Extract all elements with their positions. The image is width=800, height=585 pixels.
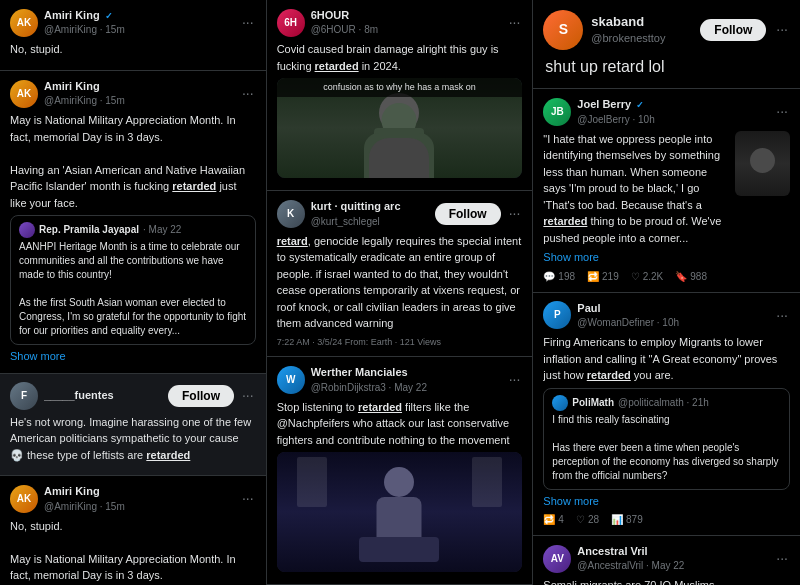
more-options-ancestral[interactable]: ···	[774, 549, 790, 569]
more-options-joel[interactable]: ···	[774, 102, 790, 122]
handle-skaband: @brokenesttoy	[591, 31, 692, 46]
tweet-timestamp-kurt: 7:22 AM · 3/5/24 From: Earth · 121 Views	[277, 336, 523, 349]
follow-button-kurt[interactable]: Follow	[435, 203, 501, 225]
column-1: AK Amiri King ✓ @AmiriKing · 15m ··· No,…	[0, 0, 267, 585]
display-name-kurt: kurt · quitting arc	[311, 199, 429, 214]
more-options-6hour[interactable]: ···	[507, 13, 523, 33]
avatar-fuentes: F	[10, 382, 38, 410]
tweet-werther: W Werther Manciales @RobinDijkstra3 · Ma…	[267, 357, 533, 585]
verified-icon-joel: ✓	[636, 100, 644, 110]
display-name-ancestral: Ancestral Vril	[577, 544, 768, 559]
column-3: S skaband @brokenesttoy Follow ··· shut …	[533, 0, 800, 585]
tweet-text-joel: "I hate that we oppress people into iden…	[543, 131, 729, 247]
handle-amiri-3: @AmiriKing · 15m	[44, 500, 234, 514]
more-options-kurt[interactable]: ···	[507, 204, 523, 224]
quoted-handle-1: · May 22	[143, 223, 181, 237]
more-options-amiri-3[interactable]: ···	[240, 489, 256, 509]
quoted-handle-paul-col3: @politicalmath · 21h	[618, 396, 709, 410]
avatar-paul-col3: P	[543, 301, 571, 329]
handle-joel: @JoelBerry · 10h	[577, 113, 768, 127]
more-options-paul-col3[interactable]: ···	[774, 306, 790, 326]
tweet-skaband-header: S skaband @brokenesttoy Follow ··· shut …	[533, 0, 800, 89]
avatar-skaband: S	[543, 10, 583, 50]
quoted-avatar-paul-col3	[552, 395, 568, 411]
tweet-text-skaband: shut up retard lol	[543, 56, 790, 78]
avatar-ancestral: AV	[543, 545, 571, 573]
display-name-paul-col3: Paul	[577, 301, 768, 316]
display-name-skaband: skaband	[591, 13, 692, 31]
quoted-text-paul-col3: I find this really fascinatingHas there …	[552, 413, 781, 483]
follow-button-skaband[interactable]: Follow	[700, 19, 766, 41]
display-name-fuentes: _____fuentes	[44, 388, 162, 403]
avatar-amiri-2: AK	[10, 80, 38, 108]
display-name-6hour: 6HOUR	[311, 8, 501, 23]
more-options-fuentes[interactable]: ···	[240, 386, 256, 406]
quoted-user-paul-col3: PoliMath	[572, 396, 614, 410]
handle-kurt: @kurt_schlegel	[311, 215, 429, 229]
tweet-amiri-3: AK Amiri King @AmiriKing · 15m ··· No, s…	[0, 476, 266, 585]
tweet-6hour: 6H 6HOUR @6HOUR · 8m ··· Covid caused br…	[267, 0, 533, 191]
handle-werther: @RobinDijkstra3 · May 22	[311, 381, 501, 395]
tweet-text-kurt: retard, genocide legally requires the sp…	[277, 233, 523, 332]
column-2: 6H 6HOUR @6HOUR · 8m ··· Covid caused br…	[267, 0, 534, 585]
tweet-stats-joel: 💬 198 🔁 219 ♡ 2.2K 🔖 988	[543, 270, 790, 284]
verified-icon: ✓	[105, 11, 113, 21]
tweet-image-joel	[735, 131, 790, 196]
image-overlay-text: confusion as to why he has a mask on	[277, 78, 523, 97]
tweet-ancestral: AV Ancestral Vril @AncestralVril · May 2…	[533, 536, 800, 585]
tweet-amiri-2: AK Amiri King @AmiriKing · 15m ··· May i…	[0, 71, 266, 374]
tweet-fuentes: F _____fuentes Follow ··· He's not wrong…	[0, 374, 266, 477]
tweet-joel: JB Joel Berry ✓ @JoelBerry · 10h ··· "I …	[533, 89, 800, 292]
avatar-joel: JB	[543, 98, 571, 126]
handle-paul-col3: @WomanDefiner · 10h	[577, 316, 768, 330]
tweet-kurt: K kurt · quitting arc @kurt_schlegel Fol…	[267, 191, 533, 357]
handle-amiri-2: @AmiriKing · 15m	[44, 94, 234, 108]
tweet-text-amiri-1: No, stupid.	[10, 41, 256, 58]
display-name-amiri-3: Amiri King	[44, 484, 234, 499]
tweet-image-6hour: confusion as to why he has a mask on	[277, 78, 523, 178]
avatar-6hour: 6H	[277, 9, 305, 37]
quoted-user-1: Rep. Pramila Jayapal	[39, 223, 139, 237]
handle-6hour: @6HOUR · 8m	[311, 23, 501, 37]
display-name-joel: Joel Berry ✓	[577, 97, 768, 112]
main-grid: AK Amiri King ✓ @AmiriKing · 15m ··· No,…	[0, 0, 800, 585]
tweet-text-fuentes: He's not wrong. Imagine harassing one of…	[10, 414, 256, 464]
handle-amiri-1: @AmiriKing · 15m	[44, 23, 234, 37]
quoted-tweet-paul-col3: PoliMath @politicalmath · 21h I find thi…	[543, 388, 790, 490]
follow-button-fuentes[interactable]: Follow	[168, 385, 234, 407]
more-options-icon-2[interactable]: ···	[240, 84, 256, 104]
display-name-werther: Werther Manciales	[311, 365, 501, 380]
handle-ancestral: @AncestralVril · May 22	[577, 559, 768, 573]
tweet-text-ancestral: Somali migrants are 70 IQ Muslims. They …	[543, 577, 790, 585]
more-options-icon[interactable]: ···	[240, 13, 256, 33]
show-more-joel[interactable]: Show more	[543, 250, 729, 265]
tweet-text-amiri-2: May is National Military Appreciation Mo…	[10, 112, 256, 211]
tweet-text-paul-col3: Firing Americans to employ Migrants to l…	[543, 334, 790, 384]
tweet-text-werther: Stop listening to retarded filters like …	[277, 399, 523, 449]
quoted-text-1: AANHPI Heritage Month is a time to celeb…	[19, 240, 247, 338]
tweet-text-amiri-3: No, stupid. May is National Military App…	[10, 518, 256, 585]
avatar-kurt: K	[277, 200, 305, 228]
display-name-amiri-2: Amiri King	[44, 79, 234, 94]
more-options-werther[interactable]: ···	[507, 370, 523, 390]
more-options-skaband[interactable]: ···	[774, 20, 790, 40]
quoted-tweet-1: Rep. Pramila Jayapal · May 22 AANHPI Her…	[10, 215, 256, 345]
tweet-image-werther	[277, 452, 523, 572]
avatar-amiri-1: AK	[10, 9, 38, 37]
quoted-avatar-1	[19, 222, 35, 238]
tweet-stats-paul-col3: 🔁 4 ♡ 28 📊 879	[543, 513, 790, 527]
tweet-amiri-1: AK Amiri King ✓ @AmiriKing · 15m ··· No,…	[0, 0, 266, 71]
show-more-paul-col3[interactable]: Show more	[543, 494, 790, 509]
tweet-paul-col3: P Paul @WomanDefiner · 10h ··· Firing Am…	[533, 293, 800, 536]
display-name-amiri-1: Amiri King ✓	[44, 8, 234, 23]
tweet-text-6hour: Covid caused brain damage alright this g…	[277, 41, 523, 74]
avatar-werther: W	[277, 366, 305, 394]
show-more-1[interactable]: Show more	[10, 349, 256, 364]
avatar-amiri-3: AK	[10, 485, 38, 513]
